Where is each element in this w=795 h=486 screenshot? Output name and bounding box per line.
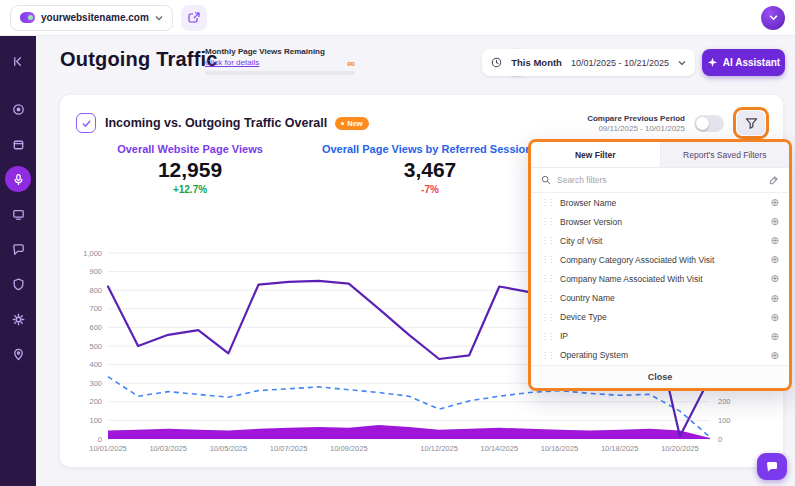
filter-item-operating-system[interactable]: ⋮⋮Operating System⊕ [531,346,789,365]
svg-text:10/18/2025: 10/18/2025 [601,444,639,453]
add-filter-icon[interactable]: ⊕ [771,216,779,227]
microphone-icon [11,172,26,187]
ai-assistant-label: AI Assistant [723,57,780,68]
collapse-sidebar-button[interactable] [5,48,31,74]
stat-referred-sessions: Overall Page Views by Referred Sessions … [320,137,540,195]
add-filter-icon[interactable]: ⊕ [771,273,779,284]
clock-icon [491,57,502,68]
add-filter-icon[interactable]: ⊕ [771,254,779,265]
quota-details-link[interactable]: Click for details [205,58,259,67]
svg-text:10/09/2025: 10/09/2025 [330,444,368,453]
sidebar-item-settings[interactable] [5,306,31,332]
add-filter-icon[interactable]: ⊕ [771,312,779,323]
chat-bubble-icon [765,460,779,474]
drag-handle-icon[interactable]: ⋮⋮ [541,274,553,283]
svg-text:900: 900 [89,267,102,276]
add-filter-icon[interactable]: ⊕ [771,235,779,246]
drag-handle-icon[interactable]: ⋮⋮ [541,255,553,264]
filter-button-highlight [733,107,769,139]
quota-progress-bar [205,71,355,75]
stat-label: Overall Website Page Views [60,143,320,155]
drag-handle-icon[interactable]: ⋮⋮ [541,198,553,207]
svg-text:100: 100 [718,416,731,425]
site-selector[interactable]: yourwebsitename.com [10,5,173,31]
filter-item-device-type[interactable]: ⋮⋮Device Type⊕ [531,308,789,327]
add-filter-icon[interactable]: ⊕ [771,350,779,361]
quota-label: Monthly Page Views Remaining [205,47,355,56]
stat-label: Overall Page Views by Referred Sessions [320,143,540,155]
filter-button[interactable] [737,111,765,135]
sidebar-item-dashboard[interactable] [5,96,31,122]
filter-item-country-name[interactable]: ⋮⋮Country Name⊕ [531,289,789,308]
sidebar-item-monitor[interactable] [5,201,31,227]
collapse-sidebar-icon [11,54,26,69]
svg-text:500: 500 [89,342,102,351]
close-filter-panel-button[interactable]: Close [531,365,789,388]
infinity-icon: ∞ [347,59,355,67]
site-logo-icon [20,12,35,23]
tab-new-filter[interactable]: New Filter [531,142,661,167]
stat-page-views: Overall Website Page Views 12,959 +12.7% [60,137,320,195]
sidebar-item-chat[interactable] [5,236,31,262]
stat-delta: -7% [320,184,540,195]
svg-text:100: 100 [89,416,102,425]
gear-icon [11,312,26,327]
svg-text:600: 600 [89,323,102,332]
new-badge: New [335,117,368,130]
drag-handle-icon[interactable]: ⋮⋮ [541,313,553,322]
date-range-picker[interactable]: This Month 10/01/2025 - 10/21/2025 [482,49,695,76]
svg-text:10/16/2025: 10/16/2025 [541,444,579,453]
add-filter-icon[interactable]: ⊕ [771,331,779,342]
sidebar-item-security[interactable] [5,271,31,297]
sidebar-item-location[interactable] [5,341,31,367]
svg-text:1,000: 1,000 [83,249,102,258]
filter-item-browser-version[interactable]: ⋮⋮Browser Version⊕ [531,212,789,231]
sidebar-item-traffic-active[interactable] [5,166,31,192]
chat-widget-button[interactable] [757,453,787,480]
filter-item-company-category[interactable]: ⋮⋮Company Category Associated With Visit… [531,250,789,269]
svg-text:0: 0 [718,435,722,444]
sidebar-item-products[interactable] [5,131,31,157]
svg-text:10/05/2025: 10/05/2025 [210,444,248,453]
drag-handle-icon[interactable]: ⋮⋮ [541,351,553,360]
add-filter-icon[interactable]: ⊕ [771,197,779,208]
filter-item-browser-name[interactable]: ⋮⋮Browser Name⊕ [531,193,789,212]
check-square-icon [76,113,96,133]
quota-widget: Monthly Page Views Remaining Click for d… [205,47,355,75]
shield-icon [11,277,26,292]
search-filters-input[interactable] [557,175,762,185]
compare-toggle[interactable] [694,115,724,132]
ai-assistant-button[interactable]: AI Assistant [702,49,785,76]
compare-range: 09/11/2025 - 10/01/2025 [587,124,685,133]
svg-text:200: 200 [89,397,102,406]
topbar: yourwebsitename.com [0,0,795,36]
compare-previous-period: Compare Previous Period 09/11/2025 - 10/… [587,114,685,133]
user-avatar-menu[interactable] [761,6,785,30]
monitor-icon [11,207,26,222]
sparkle-icon [707,57,718,68]
filter-item-ip[interactable]: ⋮⋮IP⊕ [531,327,789,346]
svg-text:10/01/2025: 10/01/2025 [89,444,127,453]
add-filter-icon[interactable]: ⊕ [771,293,779,304]
filter-item-city-of-visit[interactable]: ⋮⋮City of Visit⊕ [531,231,789,250]
drag-handle-icon[interactable]: ⋮⋮ [541,236,553,245]
search-icon [541,175,551,185]
svg-text:200: 200 [718,397,731,406]
svg-text:0: 0 [98,435,102,444]
drag-handle-icon[interactable]: ⋮⋮ [541,332,553,341]
drag-handle-icon[interactable]: ⋮⋮ [541,217,553,226]
tab-saved-filters[interactable]: Report's Saved Filters [661,142,790,167]
clear-search-icon[interactable] [768,175,779,186]
drag-handle-icon[interactable]: ⋮⋮ [541,294,553,303]
svg-text:800: 800 [89,286,102,295]
svg-text:400: 400 [89,360,102,369]
stat-delta: +12.7% [60,184,320,195]
svg-text:10/03/2025: 10/03/2025 [149,444,187,453]
open-site-button[interactable] [181,5,207,31]
filter-search-row [531,168,789,193]
period-dates: 10/01/2025 - 10/21/2025 [571,58,669,68]
chat-icon [11,242,26,257]
chevron-down-icon [678,59,686,67]
card-title: Incoming vs. Outgoing Traffic Overall [105,116,327,130]
filter-item-company-name[interactable]: ⋮⋮Company Name Associated With Visit⊕ [531,269,789,288]
